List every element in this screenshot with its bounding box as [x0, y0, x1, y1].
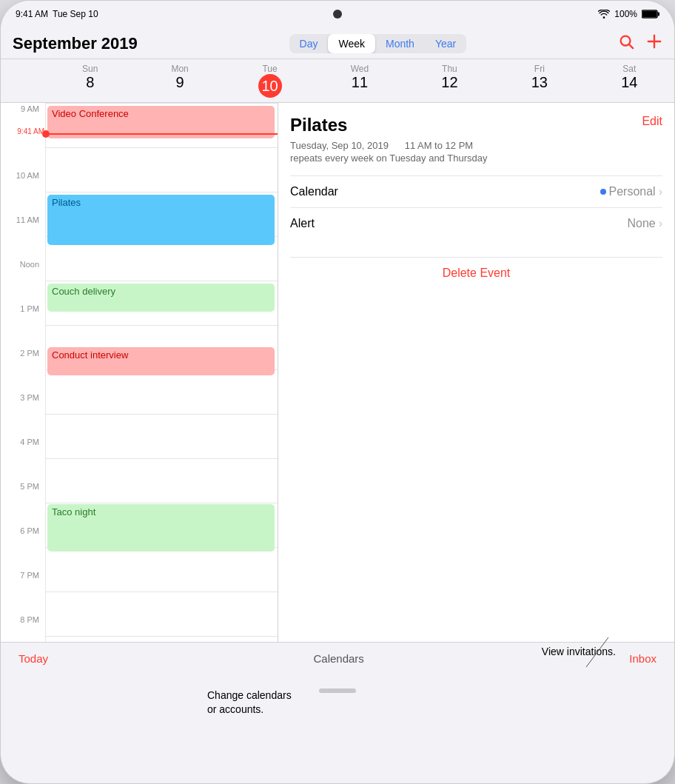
view-week-button[interactable]: Week — [328, 34, 375, 53]
day-label-fri: Fri — [534, 64, 545, 74]
detail-header: Pilates Edit — [290, 115, 662, 135]
current-time-indicator — [46, 133, 278, 135]
hour-label-2pm: 2 PM — [20, 349, 39, 358]
hour-label-5pm: 5 PM — [20, 482, 39, 491]
view-selector: Day Week Month Year — [289, 34, 467, 53]
calendar-dot — [600, 189, 606, 195]
day-header-fri[interactable]: Fri 13 — [494, 59, 584, 102]
battery-icon — [642, 10, 659, 19]
hour-label-7pm: 7 PM — [20, 571, 39, 580]
day-label-mon: Mon — [171, 64, 188, 74]
events-area: 9:41 AM Video Conference Pilates Couch d… — [45, 103, 278, 642]
day-header-row: Sun 8 Mon 9 Tue 10 Wed 11 Thu 12 — [1, 59, 674, 103]
status-left: 9:41 AM Tue Sep 10 — [16, 9, 98, 19]
day-header-thu[interactable]: Thu 12 — [405, 59, 494, 102]
current-time-label: 9:41 AM — [6, 127, 44, 135]
detail-calendar-row[interactable]: Calendar Personal › — [290, 175, 662, 207]
day-num-wed: 11 — [315, 74, 404, 91]
view-day-button[interactable]: Day — [289, 34, 329, 53]
current-time-dot — [42, 130, 50, 138]
calendars-tab[interactable]: Calendars — [313, 652, 363, 665]
hour-label-9am: 9 AM — [21, 104, 39, 113]
day-label-tue: Tue — [262, 64, 277, 74]
day-num-mon: 9 — [135, 74, 224, 91]
detail-panel: Pilates Edit Tuesday, Sep 10, 2019 11 AM… — [278, 103, 674, 642]
status-time: 9:41 AM — [16, 9, 48, 19]
inbox-tab[interactable]: Inbox — [629, 652, 656, 665]
event-title-pilates: Pilates — [52, 197, 81, 208]
wifi-icon — [598, 10, 610, 19]
event-conduct-interview[interactable]: Conduct interview — [47, 347, 275, 375]
day-header-tue[interactable]: Tue 10 — [225, 59, 315, 102]
delete-event-button[interactable]: Delete Event — [290, 257, 662, 289]
calendar-label: Calendar — [290, 185, 338, 198]
detail-date: Tuesday, Sep 10, 2019 11 AM to 12 PM — [290, 140, 662, 151]
app-title: September 2019 — [13, 34, 138, 53]
hour-label-10am: 10 AM — [16, 171, 39, 180]
chevron-icon-alert: › — [659, 217, 662, 230]
plus-icon — [646, 33, 662, 50]
calendar-panel[interactable]: 9 AM 10 AM 11 AM Noon 1 PM 2 PM 3 PM 4 P… — [1, 103, 278, 642]
event-title-taco-night: Taco night — [52, 506, 95, 517]
alert-label: Alert — [290, 217, 315, 230]
view-year-button[interactable]: Year — [425, 34, 466, 53]
day-label-sun: Sun — [82, 64, 98, 74]
svg-line-4 — [629, 44, 633, 48]
search-icon — [618, 33, 634, 50]
event-title-conduct-interview: Conduct interview — [52, 349, 128, 361]
day-label-wed: Wed — [351, 64, 369, 74]
day-num-fri: 13 — [494, 74, 584, 91]
device-frame: 9:41 AM Tue Sep 10 100% September 2019 D… — [0, 0, 675, 784]
days-header: Sun 8 Mon 9 Tue 10 Wed 11 Thu 12 — [45, 59, 674, 102]
day-header-mon[interactable]: Mon 9 — [135, 59, 224, 102]
status-right: 100% — [598, 9, 659, 19]
svg-rect-1 — [658, 13, 660, 16]
event-title-couch-delivery: Couch delivery — [52, 286, 115, 297]
detail-repeat: repeats every week on Tuesday and Thursd… — [290, 153, 662, 164]
day-num-sun: 8 — [45, 74, 135, 91]
svg-rect-2 — [642, 11, 656, 17]
add-event-button[interactable] — [646, 33, 662, 54]
search-button[interactable] — [618, 33, 634, 54]
header-actions — [618, 33, 662, 54]
hour-label-4pm: 4 PM — [20, 438, 39, 446]
day-num-tue: 10 — [258, 74, 282, 98]
time-gutter-header — [1, 59, 45, 102]
tab-bar: Today Calendars Inbox — [1, 642, 674, 674]
hour-label-1pm: 1 PM — [20, 304, 39, 313]
chevron-icon: › — [659, 185, 662, 198]
home-area — [1, 674, 674, 707]
event-title-video-conference: Video Conference — [52, 108, 129, 119]
detail-alert-row[interactable]: Alert None › — [290, 207, 662, 239]
day-header-sun[interactable]: Sun 8 — [45, 59, 135, 102]
today-tab[interactable]: Today — [19, 652, 48, 665]
hour-label-8pm: 8 PM — [20, 615, 39, 624]
alert-value: None › — [627, 217, 662, 230]
detail-title: Pilates — [290, 115, 347, 135]
day-label-thu: Thu — [442, 64, 457, 74]
day-num-sat: 14 — [585, 74, 674, 91]
battery-level: 100% — [614, 9, 637, 19]
day-header-sat[interactable]: Sat 14 — [585, 59, 674, 102]
status-date: Tue Sep 10 — [53, 9, 98, 19]
day-label-sat: Sat — [622, 64, 636, 74]
time-labels: 9 AM 10 AM 11 AM Noon 1 PM 2 PM 3 PM 4 P… — [1, 103, 45, 642]
camera-notch — [333, 10, 342, 19]
home-indicator[interactable] — [319, 688, 356, 693]
hour-label-noon: Noon — [20, 260, 39, 269]
day-header-wed[interactable]: Wed 11 — [315, 59, 404, 102]
event-taco-night[interactable]: Taco night — [47, 504, 275, 552]
app-header: September 2019 Day Week Month Year — [1, 27, 674, 59]
hour-label-11am: 11 AM — [16, 215, 39, 224]
calendar-value: Personal › — [600, 185, 662, 198]
main-area: 9 AM 10 AM 11 AM Noon 1 PM 2 PM 3 PM 4 P… — [1, 103, 674, 642]
edit-button[interactable]: Edit — [642, 115, 662, 128]
day-num-thu: 12 — [405, 74, 494, 91]
hour-label-6pm: 6 PM — [20, 526, 39, 535]
view-month-button[interactable]: Month — [375, 34, 425, 53]
hour-label-3pm: 3 PM — [20, 393, 39, 402]
event-pilates[interactable]: Pilates — [47, 195, 275, 245]
event-couch-delivery[interactable]: Couch delivery — [47, 284, 275, 312]
